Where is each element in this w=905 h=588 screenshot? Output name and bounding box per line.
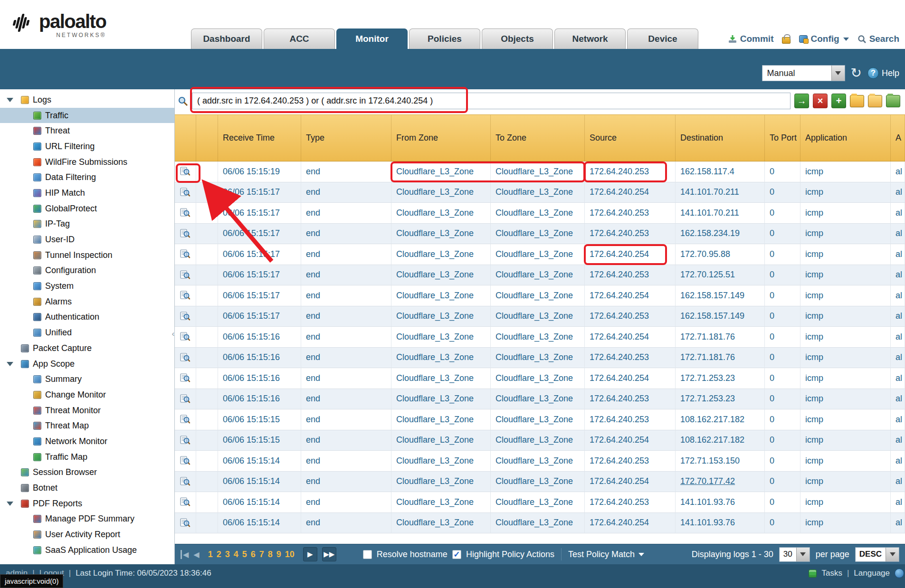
- table-row[interactable]: 06/06 15:15:17endCloudflare_L3_ZoneCloud…: [175, 203, 905, 224]
- per-page-dropdown-button[interactable]: [796, 548, 810, 561]
- sidebar-item-traffic-map[interactable]: Traffic Map: [0, 449, 174, 465]
- table-row[interactable]: 06/06 15:15:15endCloudflare_L3_ZoneCloud…: [175, 430, 905, 451]
- table-row[interactable]: 06/06 15:15:16endCloudflare_L3_ZoneCloud…: [175, 368, 905, 389]
- tab-network[interactable]: Network: [554, 28, 626, 49]
- language-button[interactable]: Language: [854, 569, 890, 578]
- config-menu-button[interactable]: Config: [799, 34, 848, 44]
- sidebar-item-session-browser[interactable]: Session Browser: [0, 465, 174, 481]
- tree-expand-icon[interactable]: [7, 362, 13, 366]
- page-number-4[interactable]: 4: [234, 550, 238, 560]
- log-detail-icon[interactable]: [180, 312, 191, 321]
- log-detail-icon[interactable]: [180, 229, 191, 238]
- sidebar-item-globalprotect[interactable]: GlobalProtect: [0, 201, 174, 217]
- column-header-to-port[interactable]: To Port: [765, 115, 800, 161]
- sidebar-item-saas-application-usage[interactable]: SaaS Application Usage: [0, 542, 174, 558]
- log-detail-cell[interactable]: [175, 451, 196, 472]
- sort-order-select[interactable]: DESC: [855, 547, 899, 562]
- page-number-9[interactable]: 9: [276, 550, 281, 560]
- sidebar-item-unified[interactable]: Unified: [0, 325, 174, 341]
- table-row[interactable]: 06/06 15:15:17endCloudflare_L3_ZoneCloud…: [175, 285, 905, 306]
- clear-filter-button[interactable]: ×: [813, 94, 828, 108]
- log-detail-cell[interactable]: [175, 492, 196, 513]
- log-detail-icon[interactable]: [180, 270, 191, 280]
- tab-monitor[interactable]: Monitor: [336, 28, 408, 49]
- log-detail-cell[interactable]: [175, 244, 196, 265]
- page-number-7[interactable]: 7: [259, 550, 264, 560]
- lock-icon[interactable]: [782, 37, 791, 44]
- log-detail-icon[interactable]: [180, 291, 191, 300]
- sidebar-item-threat[interactable]: Threat: [0, 123, 174, 139]
- per-page-select[interactable]: 30: [779, 547, 810, 562]
- destination-cell[interactable]: 172.70.177.42: [676, 472, 765, 493]
- table-row[interactable]: 06/06 15:15:14endCloudflare_L3_ZoneCloud…: [175, 472, 905, 493]
- sidebar-item-pdf-reports[interactable]: PDF Reports: [0, 496, 174, 512]
- log-detail-icon[interactable]: [180, 518, 191, 528]
- tree-expand-icon[interactable]: [7, 98, 13, 102]
- refresh-icon[interactable]: ↻: [851, 66, 862, 80]
- log-filter-input[interactable]: [192, 93, 791, 109]
- apply-filter-button[interactable]: →: [794, 94, 809, 108]
- prev-page-icon[interactable]: ◀: [193, 550, 199, 559]
- log-detail-cell[interactable]: [175, 348, 196, 369]
- table-row[interactable]: 06/06 15:15:16endCloudflare_L3_ZoneCloud…: [175, 389, 905, 410]
- page-number-5[interactable]: 5: [242, 550, 247, 560]
- table-row[interactable]: 06/06 15:15:14endCloudflare_L3_ZoneCloud…: [175, 492, 905, 513]
- column-header-a[interactable]: A: [891, 115, 905, 161]
- log-detail-icon[interactable]: [180, 249, 191, 259]
- sidebar-item-traffic[interactable]: Traffic: [0, 108, 174, 123]
- log-detail-icon[interactable]: [180, 456, 191, 465]
- sidebar-item-authentication[interactable]: Authentication: [0, 310, 174, 325]
- help-button[interactable]: ? Help: [867, 67, 899, 79]
- log-detail-icon[interactable]: [180, 394, 191, 404]
- page-number-10[interactable]: 10: [285, 550, 295, 560]
- sidebar-collapse-handle[interactable]: ‹: [171, 323, 175, 345]
- page-number-1[interactable]: 1: [208, 550, 213, 560]
- page-number-8[interactable]: 8: [268, 550, 273, 560]
- column-header-application[interactable]: Application: [800, 115, 891, 161]
- log-detail-cell[interactable]: [175, 409, 196, 430]
- tab-policies[interactable]: Policies: [409, 28, 480, 49]
- log-detail-cell[interactable]: [175, 472, 196, 493]
- highlight-policy-checkbox[interactable]: ✓: [452, 550, 461, 559]
- tab-dashboard[interactable]: Dashboard: [191, 28, 262, 49]
- table-row[interactable]: 06/06 15:15:17endCloudflare_L3_ZoneCloud…: [175, 182, 905, 203]
- sidebar-item-user-id[interactable]: User-ID: [0, 232, 174, 247]
- sidebar-item-url-filtering[interactable]: URL Filtering: [0, 139, 174, 154]
- table-row[interactable]: 06/06 15:15:17endCloudflare_L3_ZoneCloud…: [175, 244, 905, 265]
- sidebar-item-threat-map[interactable]: Threat Map: [0, 418, 174, 434]
- tasks-button[interactable]: Tasks: [821, 569, 842, 578]
- column-header-destination[interactable]: Destination: [676, 115, 765, 161]
- log-detail-cell[interactable]: [175, 327, 196, 348]
- log-detail-icon[interactable]: [180, 477, 191, 486]
- table-row[interactable]: 06/06 15:15:16endCloudflare_L3_ZoneCloud…: [175, 348, 905, 369]
- sidebar-item-alarms[interactable]: Alarms: [0, 294, 174, 310]
- log-detail-cell[interactable]: [175, 430, 196, 451]
- tab-acc[interactable]: ACC: [264, 28, 335, 49]
- table-row[interactable]: 06/06 15:15:14endCloudflare_L3_ZoneCloud…: [175, 451, 905, 472]
- log-detail-icon[interactable]: [180, 332, 191, 341]
- sidebar-item-network-monitor[interactable]: Network Monitor: [0, 434, 174, 449]
- next-page-icon[interactable]: ▶: [303, 547, 317, 561]
- sidebar-item-change-monitor[interactable]: Change Monitor: [0, 387, 174, 403]
- log-detail-icon[interactable]: [180, 436, 191, 445]
- page-number-3[interactable]: 3: [225, 550, 230, 560]
- sidebar-item-tunnel-inspection[interactable]: Tunnel Inspection: [0, 247, 174, 263]
- log-detail-cell[interactable]: [175, 513, 196, 534]
- test-policy-match-button[interactable]: Test Policy Match: [568, 550, 644, 560]
- log-detail-icon[interactable]: [180, 167, 191, 176]
- log-detail-cell[interactable]: [175, 224, 196, 245]
- sidebar-item-wildfire-submissions[interactable]: WildFire Submissions: [0, 154, 174, 170]
- export-logs-icon[interactable]: [886, 95, 900, 107]
- log-detail-cell[interactable]: [175, 389, 196, 410]
- log-detail-cell[interactable]: [175, 368, 196, 389]
- refresh-mode-select[interactable]: Manual: [762, 65, 845, 81]
- log-detail-icon[interactable]: [180, 497, 191, 507]
- sidebar-item-system[interactable]: System: [0, 278, 174, 294]
- log-detail-icon[interactable]: [180, 353, 191, 362]
- column-header-to-zone[interactable]: To Zone: [491, 115, 585, 161]
- sidebar-item-threat-monitor[interactable]: Threat Monitor: [0, 403, 174, 418]
- sidebar-item-app-scope[interactable]: App Scope: [0, 356, 174, 372]
- column-header-type[interactable]: Type: [301, 115, 391, 161]
- sidebar-item-configuration[interactable]: Configuration: [0, 263, 174, 279]
- sidebar-item-packet-capture[interactable]: Packet Capture: [0, 341, 174, 356]
